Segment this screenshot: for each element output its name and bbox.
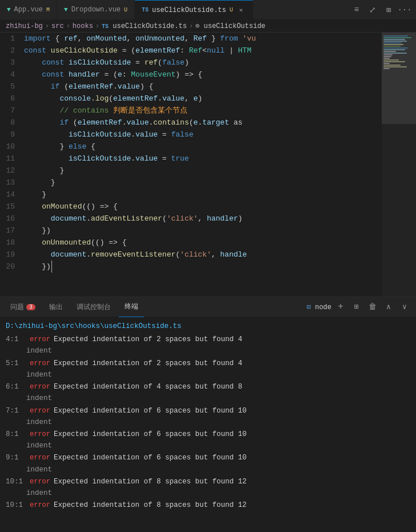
code-line-20: }) xyxy=(24,261,416,273)
error-indent-2: indent xyxy=(6,369,410,381)
tab-label-1: App.vue xyxy=(14,6,43,14)
error-badge-1: error xyxy=(30,334,50,345)
code-line-1: import { ref, onMounted, onUnmounted, Re… xyxy=(24,33,416,45)
error-row-1: 4:1 error Expected indentation of 2 spac… xyxy=(6,334,410,345)
tab-split-icon[interactable]: ⤢ xyxy=(366,3,379,17)
breadcrumb-file[interactable]: TS useClickOutside.ts xyxy=(102,22,187,30)
error-indent-6: indent xyxy=(6,464,410,476)
code-line-3: const isClickOutside = ref(false) xyxy=(24,57,416,69)
error-indent-5: indent xyxy=(6,440,410,452)
error-row-3: 6:1 error Expected indentation of 4 spac… xyxy=(6,381,410,393)
breadcrumb-root[interactable]: zhihui-bg xyxy=(6,22,43,30)
error-msg-2: Expected indentation of 2 spaces but fou… xyxy=(54,358,242,369)
error-indent-3: indent xyxy=(6,393,410,405)
panel: 问题 3 输出 调试控制台 终端 ⊡ node + ⊞ 🗑 ∧ ∨ D:\zhi… xyxy=(0,297,416,519)
ts-icon: TS xyxy=(142,7,149,13)
error-row-4: 7:1 error Expected indentation of 6 spac… xyxy=(6,405,410,417)
problems-badge: 3 xyxy=(26,304,35,310)
code-area: 12345 678910 1112131415 1617181920 impor… xyxy=(0,33,416,297)
panel-down-button[interactable]: ∨ xyxy=(398,300,411,314)
panel-content[interactable]: D:\zhihui-bg\src\hooks\useClickOutside.t… xyxy=(0,317,416,515)
panel-tab-debug[interactable]: 调试控制台 xyxy=(71,297,117,317)
panel-tab-problems[interactable]: 问题 3 xyxy=(5,297,41,317)
breadcrumb-src[interactable]: src xyxy=(51,22,64,30)
code-line-5: if (elementRef.value) { xyxy=(24,81,416,93)
breadcrumb-hooks[interactable]: hooks xyxy=(73,22,93,30)
split-terminal-button[interactable]: ⊞ xyxy=(350,300,363,314)
code-line-14: } xyxy=(24,189,416,201)
error-badge-2: error xyxy=(30,358,50,369)
error-badge-4: error xyxy=(30,406,50,417)
tab-modified-1: M xyxy=(46,7,50,13)
code-content[interactable]: import { ref, onMounted, onUnmounted, Re… xyxy=(22,33,416,297)
code-line-7: // contains 判断是否包含某个节点 xyxy=(24,105,416,117)
tab-grid-icon[interactable]: ⊞ xyxy=(382,3,395,17)
add-terminal-button[interactable]: + xyxy=(334,300,347,314)
error-badge-3: error xyxy=(30,382,50,393)
vue-icon-1: ▼ xyxy=(7,6,11,13)
tab-app-vue[interactable]: ▼ App.vue M xyxy=(0,0,57,20)
error-loc-8: 10:1 xyxy=(6,499,26,511)
error-loc-2: 5:1 xyxy=(6,358,26,369)
error-msg-4: Expected indentation of 6 spaces but fou… xyxy=(54,405,247,417)
code-line-16: document.addEventListener('click', handl… xyxy=(24,213,416,225)
panel-tab-problems-label: 问题 xyxy=(10,302,24,312)
code-line-18: onUnmounted(() => { xyxy=(24,237,416,249)
code-line-13: } xyxy=(24,177,416,189)
code-line-19: document.removeEventListener('click', ha… xyxy=(24,249,416,261)
editor[interactable]: 12345 678910 1112131415 1617181920 impor… xyxy=(0,33,416,297)
error-msg-1: Expected indentation of 2 spaces but fou… xyxy=(54,334,242,345)
breadcrumb: zhihui-bg › src › hooks › TS useClickOut… xyxy=(0,20,416,33)
code-line-11: isClickOutside.value = true xyxy=(24,153,416,165)
error-row-7: 10:1 error Expected indentation of 8 spa… xyxy=(6,476,410,487)
tab-actions: ≡ ⤢ ⊞ ··· xyxy=(350,3,416,17)
code-line-17: }) xyxy=(24,225,416,237)
line-numbers: 12345 678910 1112131415 1617181920 xyxy=(0,33,22,297)
code-line-12: } xyxy=(24,165,416,177)
node-label: ⊡ node xyxy=(307,303,331,311)
panel-tab-terminal-label: 终端 xyxy=(125,302,138,311)
error-row-6: 9:1 error Expected indentation of 6 spac… xyxy=(6,452,410,463)
vue-icon-2: ▼ xyxy=(64,6,68,13)
panel-tab-output-label: 输出 xyxy=(49,302,63,312)
error-indent-1: indent xyxy=(6,345,410,357)
error-badge-5: error xyxy=(30,429,50,440)
tab-more-icon[interactable]: ··· xyxy=(398,3,411,17)
code-line-4: const handler = (e: MouseEvent) => { xyxy=(24,69,416,81)
error-msg-6: Expected indentation of 6 spaces but fou… xyxy=(54,452,247,463)
error-msg-5: Expected indentation of 6 spaces but fou… xyxy=(54,429,247,440)
terminal-path: D:\zhihui-bg\src\hooks\useClickOutside.t… xyxy=(6,321,410,333)
tab-bar: ▼ App.vue M ▼ Dropdown.vue U TS useClick… xyxy=(0,0,416,20)
code-line-10: } else { xyxy=(24,141,416,153)
error-badge-6: error xyxy=(30,453,50,463)
code-line-6: console.log(elementRef.value, e) xyxy=(24,93,416,105)
panel-tab-terminal[interactable]: 终端 xyxy=(119,297,144,317)
tab-dropdown-vue[interactable]: ▼ Dropdown.vue U xyxy=(57,0,135,20)
error-row-8-partial: 10:1 error Expected indentation of 8 spa… xyxy=(6,499,410,511)
error-loc-6: 9:1 xyxy=(6,452,26,463)
error-loc-3: 6:1 xyxy=(6,381,26,393)
panel-actions: ⊡ node + ⊞ 🗑 ∧ ∨ xyxy=(307,300,411,314)
code-line-8: if (elementRef.value.contains(e.target a… xyxy=(24,117,416,129)
panel-up-button[interactable]: ∧ xyxy=(382,300,395,314)
error-badge-7: error xyxy=(30,477,50,487)
error-indent-7: indent xyxy=(6,487,410,499)
error-loc-1: 4:1 xyxy=(6,334,26,345)
panel-tab-output[interactable]: 输出 xyxy=(43,297,69,317)
breadcrumb-symbol[interactable]: ⊙ useClickOutside xyxy=(195,22,265,30)
code-line-9: isClickOutside.value = false xyxy=(24,129,416,141)
panel-tabs: 问题 3 输出 调试控制台 终端 ⊡ node + ⊞ 🗑 ∧ ∨ xyxy=(0,297,416,317)
tab-label-2: Dropdown.vue xyxy=(71,6,121,14)
panel-tab-debug-label: 调试控制台 xyxy=(77,302,111,312)
tab-close-button[interactable]: ✕ xyxy=(237,6,246,15)
tab-use-click-outside[interactable]: TS useClickOutside.ts U ✕ xyxy=(135,0,253,20)
error-row-2: 5:1 error Expected indentation of 2 spac… xyxy=(6,358,410,369)
error-loc-4: 7:1 xyxy=(6,405,26,417)
tab-label-3: useClickOutside.ts xyxy=(152,6,226,14)
tab-layout-icon[interactable]: ≡ xyxy=(350,3,363,17)
error-loc-5: 8:1 xyxy=(6,429,26,440)
minimap xyxy=(382,33,416,297)
tab-modified-3: U xyxy=(230,7,233,13)
kill-terminal-button[interactable]: 🗑 xyxy=(366,300,379,314)
error-row-5: 8:1 error Expected indentation of 6 spac… xyxy=(6,429,410,440)
